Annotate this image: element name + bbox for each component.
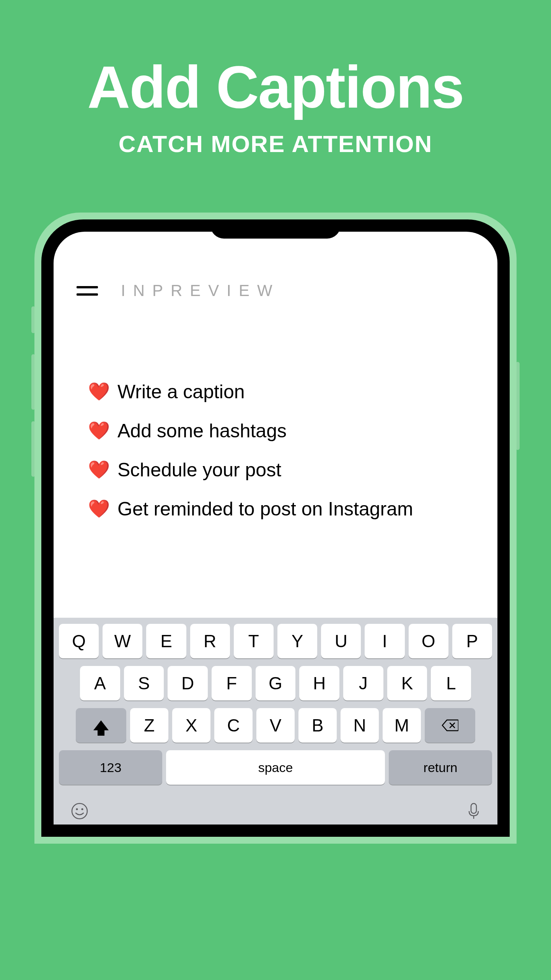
key-q[interactable]: Q: [59, 624, 99, 658]
key-e[interactable]: E: [146, 624, 186, 658]
key-numbers[interactable]: 123: [59, 750, 162, 785]
hero-title: Add Captions: [0, 57, 551, 117]
heart-icon: ❤️: [88, 420, 110, 441]
backspace-icon: [442, 719, 458, 731]
caption-line: ❤️ Schedule your post: [88, 458, 463, 481]
svg-rect-3: [471, 803, 476, 813]
svg-point-0: [72, 803, 87, 819]
phone-screen: INPREVIEW ❤️ Write a caption ❤️ Add some…: [54, 232, 497, 825]
phone-side-button: [31, 421, 35, 477]
hero-section: Add Captions CATCH MORE ATTENTION: [0, 0, 551, 157]
key-return[interactable]: return: [389, 750, 492, 785]
phone-mockup: INPREVIEW ❤️ Write a caption ❤️ Add some…: [34, 213, 517, 844]
caption-text: Write a caption: [117, 380, 245, 403]
key-y[interactable]: Y: [277, 624, 317, 658]
caption-line: ❤️ Add some hashtags: [88, 419, 463, 442]
caption-line: ❤️ Get reminded to post on Instagram: [88, 497, 463, 520]
key-r[interactable]: R: [190, 624, 230, 658]
key-z[interactable]: Z: [130, 708, 168, 743]
key-backspace[interactable]: [425, 708, 475, 743]
key-space[interactable]: space: [166, 750, 385, 785]
key-v[interactable]: V: [256, 708, 295, 743]
app-header: INPREVIEW: [54, 232, 497, 300]
caption-text: Schedule your post: [117, 458, 281, 481]
key-n[interactable]: N: [341, 708, 379, 743]
caption-text: Add some hashtags: [117, 419, 287, 442]
key-c[interactable]: C: [214, 708, 253, 743]
shift-arrow-icon: [93, 720, 109, 730]
key-o[interactable]: O: [409, 624, 448, 658]
key-shift[interactable]: [76, 708, 126, 743]
key-d[interactable]: D: [168, 666, 208, 700]
key-j[interactable]: J: [343, 666, 383, 700]
key-k[interactable]: K: [387, 666, 427, 700]
key-h[interactable]: H: [299, 666, 339, 700]
key-a[interactable]: A: [80, 666, 120, 700]
phone-notch: [210, 219, 341, 239]
key-m[interactable]: M: [383, 708, 421, 743]
keyboard: Q W E R T Y U I O P A S D: [54, 618, 497, 825]
phone-side-button: [31, 354, 35, 410]
heart-icon: ❤️: [88, 459, 110, 480]
svg-point-1: [76, 808, 78, 810]
key-l[interactable]: L: [431, 666, 471, 700]
key-t[interactable]: T: [234, 624, 274, 658]
caption-line: ❤️ Write a caption: [88, 380, 463, 403]
caption-text: Get reminded to post on Instagram: [117, 497, 413, 520]
key-u[interactable]: U: [321, 624, 361, 658]
key-x[interactable]: X: [172, 708, 210, 743]
phone-side-button: [31, 306, 35, 333]
app-logo: INPREVIEW: [121, 281, 280, 300]
key-i[interactable]: I: [365, 624, 404, 658]
key-b[interactable]: B: [298, 708, 337, 743]
heart-icon: ❤️: [88, 498, 110, 519]
key-w[interactable]: W: [103, 624, 142, 658]
hero-subtitle: CATCH MORE ATTENTION: [0, 130, 551, 157]
caption-editor[interactable]: ❤️ Write a caption ❤️ Add some hashtags …: [54, 300, 497, 618]
hamburger-menu-icon[interactable]: [77, 286, 98, 296]
key-g[interactable]: G: [256, 666, 296, 700]
key-p[interactable]: P: [452, 624, 492, 658]
key-f[interactable]: F: [212, 666, 252, 700]
phone-side-button: [516, 362, 520, 450]
emoji-icon[interactable]: [70, 802, 89, 825]
microphone-icon[interactable]: [467, 802, 481, 825]
svg-point-2: [82, 808, 83, 810]
heart-icon: ❤️: [88, 381, 110, 402]
key-s[interactable]: S: [124, 666, 164, 700]
